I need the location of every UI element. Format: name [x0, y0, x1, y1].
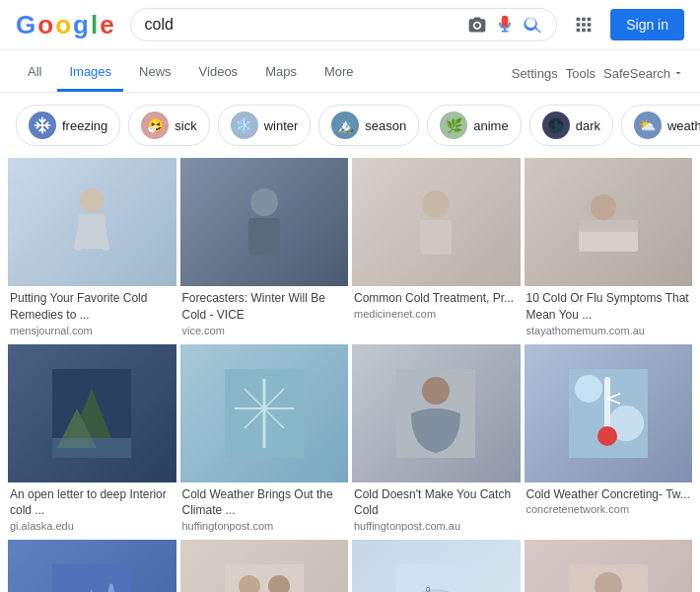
- thermometer-gauge-image: -30 0 80: [396, 564, 475, 592]
- ice-plant-image: [225, 369, 304, 458]
- camera-icon: [467, 15, 487, 35]
- image-thumb-3-1: [8, 540, 176, 592]
- search-icon: [523, 15, 542, 35]
- image-thumb-1-1: [8, 158, 176, 286]
- settings-link[interactable]: Settings: [512, 66, 558, 81]
- header: Google: [0, 0, 700, 50]
- image-card-3-2[interactable]: How to Avoid a Summer Cold | Reader's...…: [180, 540, 349, 592]
- snowflake-thermometer-image: [569, 369, 648, 458]
- image-info-2-4: Cold Weather Concreting- Tw... concreten…: [525, 482, 693, 520]
- logo-letter-g2: g: [73, 10, 89, 40]
- sign-in-button[interactable]: Sign in: [610, 9, 684, 40]
- image-info-2-1: An open letter to deep Interior cold ...…: [8, 482, 176, 537]
- tab-news[interactable]: News: [127, 54, 183, 92]
- chip-weather[interactable]: ⛅ weather: [621, 105, 700, 146]
- image-title-1-1: Putting Your Favorite Cold Remedies to .…: [10, 290, 175, 324]
- bundled-person-image: [396, 369, 475, 458]
- chip-sick-label: sick: [175, 118, 196, 133]
- apps-icon-button[interactable]: [573, 14, 595, 36]
- chip-avatar-season: 🏔️: [331, 111, 359, 139]
- svg-rect-25: [52, 564, 131, 592]
- camera-icon-button[interactable]: [467, 15, 487, 35]
- image-title-1-3: Common Cold Treatment, Pr...: [354, 290, 519, 307]
- image-card-2-1[interactable]: An open letter to deep Interior cold ...…: [8, 344, 176, 537]
- search-bar: [130, 8, 558, 41]
- svg-rect-27: [225, 564, 304, 592]
- chip-winter[interactable]: ❄️ winter: [218, 105, 312, 146]
- ice-art-image: [52, 564, 131, 592]
- image-thumb-1-4: [525, 158, 693, 286]
- svg-rect-3: [248, 218, 280, 256]
- tab-all[interactable]: All: [16, 54, 53, 92]
- image-info-1-1: Putting Your Favorite Cold Remedies to .…: [8, 286, 176, 340]
- chip-weather-label: weather: [667, 118, 700, 133]
- image-source-2-1: gi.alaska.edu: [10, 520, 175, 532]
- image-title-2-3: Cold Doesn't Make You Catch Cold: [354, 486, 519, 520]
- image-thumb-3-4: [525, 540, 693, 592]
- logo-letter-l: l: [91, 10, 98, 40]
- sick-person-image: [396, 183, 475, 261]
- search-input[interactable]: [145, 16, 460, 34]
- chip-dark[interactable]: 🌑 dark: [529, 105, 613, 146]
- svg-point-19: [575, 375, 602, 403]
- image-title-2-4: Cold Weather Concreting- Tw...: [526, 486, 691, 503]
- search-button[interactable]: [523, 15, 542, 35]
- image-card-1-3[interactable]: Common Cold Treatment, Pr... medicinenet…: [352, 158, 521, 340]
- svg-rect-21: [604, 377, 610, 431]
- image-row-3: The Cold Is Gone | EB Art Organisation e…: [8, 540, 692, 592]
- image-source-1-1: mensjournal.com: [10, 325, 175, 336]
- image-title-1-4: 10 Cold Or Flu Symptoms That Mean You ..…: [526, 290, 691, 324]
- safesearch-link[interactable]: SafeSearch: [603, 66, 684, 81]
- image-card-2-4[interactable]: Cold Weather Concreting- Tw... concreten…: [525, 344, 693, 537]
- svg-text:0: 0: [426, 585, 431, 592]
- image-thumb-3-2: [180, 540, 349, 592]
- image-info-2-2: Cold Weather Brings Out the Climate ... …: [180, 482, 349, 537]
- image-card-3-3[interactable]: -30 0 80 The Dangers of Cold Weather | S…: [352, 540, 521, 592]
- image-source-1-4: stayathomemum.com.au: [526, 325, 691, 336]
- image-card-2-3[interactable]: Cold Doesn't Make You Catch Cold huffing…: [352, 344, 521, 537]
- svg-point-22: [597, 426, 617, 446]
- image-source-1-2: vice.com: [182, 325, 347, 336]
- chip-avatar-anime: 🌿: [440, 111, 467, 139]
- nav-tabs: All Images News Videos Maps More Setting…: [0, 50, 700, 93]
- tab-maps[interactable]: Maps: [253, 54, 309, 92]
- image-card-3-4[interactable]: Common Cold - How it starts and Natural …: [525, 540, 693, 592]
- chip-anime[interactable]: 🌿 anime: [427, 105, 521, 146]
- image-thumb-2-3: [352, 344, 521, 482]
- chip-season[interactable]: 🏔️ season: [318, 105, 419, 146]
- chip-sick[interactable]: 🤧 sick: [128, 105, 209, 146]
- chip-avatar-weather: ⛅: [634, 111, 662, 139]
- image-title-1-2: Forecasters: Winter Will Be Cold - VICE: [182, 290, 347, 324]
- chip-winter-label: winter: [264, 118, 299, 133]
- image-title-2-1: An open letter to deep Interior cold ...: [10, 486, 175, 520]
- chip-avatar-freezing: [29, 111, 56, 139]
- tools-link[interactable]: Tools: [566, 66, 595, 81]
- svg-point-4: [422, 190, 450, 218]
- snow-forest-image: [52, 369, 131, 458]
- chip-freezing[interactable]: freezing: [16, 105, 120, 146]
- image-thumb-2-4: [525, 344, 693, 482]
- svg-rect-5: [420, 220, 452, 255]
- chip-avatar-sick: 🤧: [141, 111, 169, 139]
- tab-more[interactable]: More: [313, 54, 366, 92]
- logo-letter-g: G: [16, 10, 35, 40]
- image-thumb-1-3: [352, 158, 521, 286]
- image-card-1-2[interactable]: Forecasters: Winter Will Be Cold - VICE …: [180, 158, 349, 340]
- image-thumb-1-2: [180, 158, 349, 286]
- google-logo[interactable]: Google: [16, 10, 114, 40]
- tab-videos[interactable]: Videos: [187, 54, 250, 92]
- image-card-3-1[interactable]: The Cold Is Gone | EB Art Organisation e…: [8, 540, 176, 592]
- image-source-2-3: huffingtonpost.com.au: [354, 520, 519, 532]
- svg-rect-10: [52, 438, 131, 458]
- microphone-icon-button[interactable]: [495, 15, 515, 35]
- image-card-1-4[interactable]: 10 Cold Or Flu Symptoms That Mean You ..…: [525, 158, 693, 340]
- logo-letter-e: e: [100, 10, 113, 40]
- image-card-1-1[interactable]: Putting Your Favorite Cold Remedies to .…: [8, 158, 176, 340]
- search-icon-group: [467, 15, 542, 35]
- image-card-2-2[interactable]: Cold Weather Brings Out the Climate ... …: [180, 344, 349, 537]
- tab-images[interactable]: Images: [57, 54, 123, 92]
- apps-grid-icon: [573, 14, 595, 36]
- image-info-1-2: Forecasters: Winter Will Be Cold - VICE …: [180, 286, 349, 340]
- svg-point-17: [422, 377, 450, 405]
- sick-bed-image: [569, 183, 648, 261]
